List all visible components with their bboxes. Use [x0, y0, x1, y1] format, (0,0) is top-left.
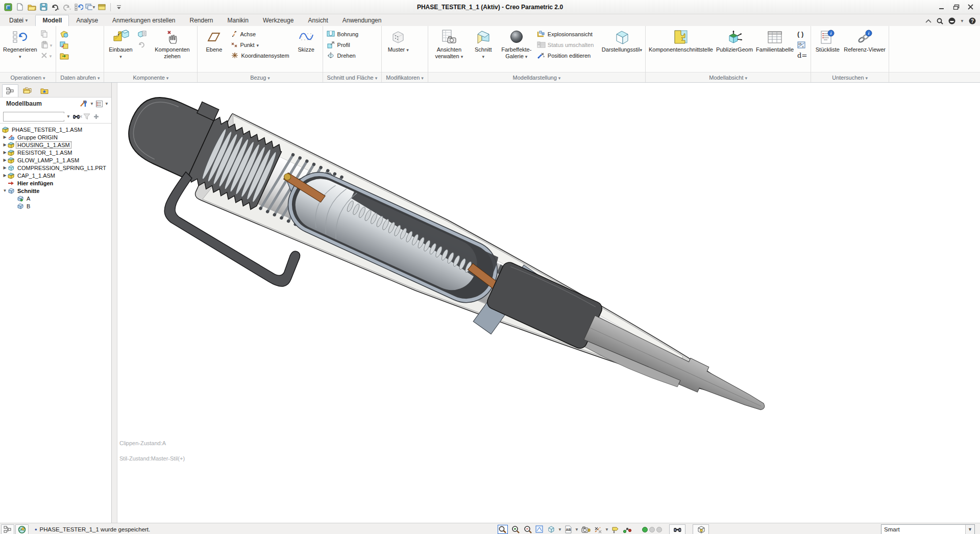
display-style-caret[interactable]	[559, 526, 561, 532]
selection-filter-caret[interactable]: ▼	[965, 525, 974, 534]
einbauen-button[interactable]: Einbauen	[106, 27, 135, 60]
zoom-out-icon[interactable]	[523, 525, 532, 534]
toggle-model-tree-button[interactable]	[1, 524, 14, 534]
zoom-in-icon[interactable]	[511, 525, 520, 534]
tab-analyse[interactable]: Analyse	[69, 15, 105, 26]
glass-cube-button[interactable]	[693, 524, 709, 534]
tree-row-section-a[interactable]: A	[0, 195, 111, 202]
profil-button[interactable]: Profil	[325, 39, 361, 50]
darstellungsstil-button[interactable]: Darstellungsstil	[600, 27, 644, 54]
repaint-icon[interactable]	[535, 525, 544, 533]
tab-ansicht[interactable]: Ansicht	[301, 15, 335, 26]
tree-row-resistor[interactable]: ▶ RESISTOR_1_1.ASM	[0, 149, 111, 156]
resource-center-caret[interactable]	[961, 18, 964, 23]
koordinatensystem-button[interactable]: Koordinatensystem	[229, 50, 291, 61]
komponentenschnittstelle-button[interactable]: Komponentenschnittstelle	[647, 27, 715, 54]
qat-customize-button[interactable]	[114, 2, 124, 12]
position-editieren-button[interactable]: Position editieren	[535, 50, 600, 61]
status-umschalten-button[interactable]: Status umschalten	[535, 39, 600, 50]
schnitt-button[interactable]: Schnitt	[469, 27, 498, 60]
copy-geometry-button[interactable]	[58, 39, 71, 50]
spin-center-icon[interactable]	[611, 526, 620, 533]
search-options-caret[interactable]	[67, 113, 70, 119]
annotation-display-caret[interactable]	[576, 526, 578, 532]
resource-center-icon[interactable]	[948, 17, 955, 25]
familientabelle-button[interactable]: Familientabelle	[754, 27, 795, 54]
toggle-browser-button[interactable]	[15, 524, 29, 534]
group-label-modifikatoren[interactable]: Modifikatoren	[382, 72, 428, 82]
zoom-fit-icon[interactable]	[498, 525, 508, 534]
ansichten-verwalten-button[interactable]: Ansichten verwalten	[430, 27, 469, 60]
tab-anmerkungen[interactable]: Anmerkungen erstellen	[105, 15, 182, 26]
dragger-icon[interactable]	[623, 525, 632, 533]
help-icon[interactable]: ?	[969, 17, 976, 25]
search-model-button[interactable]	[669, 524, 685, 534]
group-label-modellabsicht[interactable]: Modellabsicht	[646, 72, 811, 82]
collapse-ribbon-icon[interactable]	[925, 19, 932, 23]
redo-button[interactable]	[62, 2, 72, 12]
annotation-display-icon[interactable]: AB	[565, 525, 572, 533]
group-label-bezug[interactable]: Bezug	[198, 72, 322, 82]
tree-settings-caret[interactable]	[91, 101, 93, 106]
tree-row-glow-lamp[interactable]: ▶ GLOW_LAMP_1_1.ASM	[0, 156, 111, 164]
stueckliste-button[interactable]: i Stückliste	[813, 27, 842, 54]
tree-row-compression-spring[interactable]: ▶ COMPRESSION_SPRING_L1.PRT	[0, 164, 111, 172]
tree-row-root[interactable]: PHASE_TESTER_1_1.ASM	[0, 126, 111, 133]
shrinkwrap-button[interactable]	[58, 50, 71, 61]
restore-button[interactable]	[952, 4, 960, 10]
regeneration-status-leds[interactable]	[642, 527, 662, 532]
group-label-modelldarstellung[interactable]: Modelldarstellung	[428, 72, 645, 82]
tab-datei[interactable]: Datei	[2, 15, 35, 26]
tab-werkzeuge[interactable]: Werkzeuge	[256, 15, 301, 26]
undo-button[interactable]	[50, 2, 60, 12]
farbeffekte-galerie-button[interactable]: Farbeffekte-Galerie	[498, 27, 535, 60]
group-label-daten-abrufen[interactable]: Daten abrufen	[56, 72, 104, 82]
group-label-operationen[interactable]: Operationen	[0, 72, 56, 82]
group-label-schnitt-flaeche[interactable]: Schnitt und Fläche	[323, 72, 382, 82]
datum-display-caret[interactable]	[606, 526, 608, 532]
filter-icon[interactable]	[83, 113, 90, 120]
panel-splitter[interactable]	[112, 83, 117, 523]
tree-row-section-b[interactable]: B	[0, 202, 111, 210]
phase-tester-model[interactable]	[117, 83, 980, 523]
tab-manikin[interactable]: Manikin	[220, 15, 256, 26]
delete-button[interactable]	[39, 50, 55, 61]
tree-row-insert-here[interactable]: Hier einfügen	[0, 179, 111, 187]
paste-button[interactable]	[39, 39, 55, 50]
udf-button[interactable]	[58, 29, 71, 39]
drehen-button[interactable]: Drehen	[325, 50, 361, 61]
tab-favorites[interactable]	[37, 84, 53, 97]
tree-row-housing[interactable]: ▶ HOUSING_1_1.ASM	[0, 141, 111, 149]
add-filter-icon[interactable]	[93, 113, 100, 120]
close-button[interactable]	[967, 4, 974, 10]
window-switch-button[interactable]	[85, 2, 95, 12]
tree-search-box[interactable]: ×	[3, 112, 64, 122]
referenz-viewer-button[interactable]: i Referenz-Viewer	[842, 27, 887, 54]
app-icon[interactable]	[3, 2, 13, 12]
muster-button[interactable]: Muster	[383, 27, 413, 54]
graphics-area[interactable]: Clippen-Zustand:A Stil-Zustand:Master-St…	[117, 83, 980, 523]
group-label-untersuchen[interactable]: Untersuchen	[811, 72, 889, 82]
achse-button[interactable]: Achse	[229, 29, 291, 39]
ebene-button[interactable]: Ebene	[199, 27, 229, 54]
close-window-button[interactable]	[97, 2, 107, 12]
tree-columns-icon[interactable]	[95, 100, 103, 108]
tree-columns-caret[interactable]	[106, 101, 108, 106]
tree-row-cap[interactable]: ▶ CAP_1_1.ASM	[0, 172, 111, 179]
group-label-komponente[interactable]: Komponente	[104, 72, 197, 82]
copy-button[interactable]	[39, 29, 55, 39]
find-icon[interactable]	[72, 113, 81, 120]
komponenten-ziehen-button[interactable]: Komponenten ziehen	[149, 27, 195, 60]
tab-anwendungen[interactable]: Anwendungen	[335, 15, 389, 26]
tree-row-origin[interactable]: ▶ Gruppe ORIGIN	[0, 133, 111, 141]
skizze-button[interactable]: Skizze	[291, 27, 321, 54]
tab-folder-browser[interactable]	[19, 84, 36, 97]
tab-rendern[interactable]: Rendern	[183, 15, 220, 26]
tab-model-tree[interactable]	[2, 84, 18, 97]
display-style-icon[interactable]	[547, 525, 555, 533]
tree-settings-icon[interactable]	[79, 100, 88, 108]
minimize-button[interactable]	[938, 4, 945, 10]
datum-display-icon[interactable]	[594, 526, 602, 533]
bohrung-button[interactable]: Bohrung	[325, 29, 361, 39]
selection-filter-select[interactable]: Smart ▼	[881, 524, 975, 534]
